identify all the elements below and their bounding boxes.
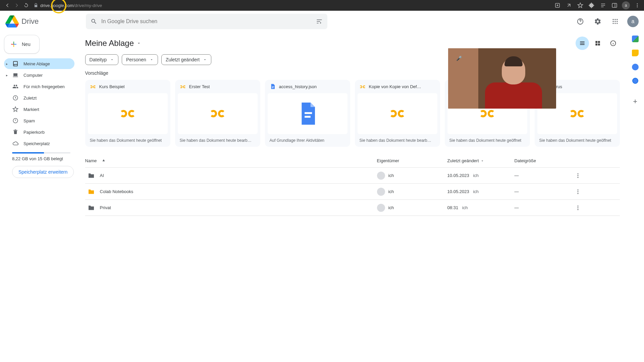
chevron-down-icon — [203, 58, 207, 62]
add-app-icon[interactable]: + — [633, 97, 637, 106]
reload-button[interactable] — [21, 1, 31, 10]
buy-storage-button[interactable]: Speicherplatz erweitern — [12, 166, 74, 178]
filter-modified[interactable]: Zuletzt geändert — [161, 54, 211, 65]
search-options-icon[interactable] — [316, 18, 323, 25]
search-input[interactable] — [101, 18, 312, 24]
sidebar-item-starred[interactable]: Markiert — [4, 104, 74, 115]
suggestion-subtitle: Sie haben das Dokument heute geöffnet — [445, 134, 530, 147]
row-menu-button[interactable] — [575, 189, 588, 195]
sort-arrow-icon[interactable] — [101, 159, 106, 163]
suggestion-card[interactable]: access_history.jsonAuf Grundlage Ihrer A… — [265, 80, 350, 147]
side-panel-icon[interactable] — [610, 1, 619, 9]
suggestion-card[interactable]: Erster TestSie haben das Dokument heute … — [175, 80, 260, 147]
apps-icon[interactable] — [608, 15, 622, 28]
suggestion-card[interactable]: Kurs BeispielSie haben das Dokument heut… — [85, 80, 170, 147]
back-button[interactable] — [3, 1, 12, 10]
modified-by: ich — [462, 205, 468, 210]
svg-point-12 — [613, 23, 614, 24]
url-path: /drive/my-drive — [73, 3, 102, 8]
list-view-button[interactable] — [576, 37, 589, 50]
suggestion-thumbnail — [178, 93, 258, 134]
svg-rect-24 — [272, 87, 273, 88]
svg-point-32 — [577, 193, 578, 194]
table-row[interactable]: Colab Notebooksich10.05.2023 ich— — [85, 184, 620, 200]
keep-app-icon[interactable] — [632, 50, 639, 56]
file-type-icon — [360, 84, 366, 89]
suggestion-subtitle: Sie haben das Dokument heute geöffnet — [535, 134, 620, 147]
browser-profile-avatar[interactable]: a — [622, 1, 630, 9]
details-button[interactable] — [606, 37, 620, 50]
file-size: — — [515, 173, 575, 178]
suggestion-subtitle: Sie haben das Dokument heute bearb… — [175, 134, 260, 147]
page-title[interactable]: Meine Ablage — [85, 39, 141, 48]
contacts-app-icon[interactable] — [632, 78, 638, 84]
sidebar-item-storage[interactable]: Speicherplatz — [4, 138, 74, 149]
people-icon — [12, 83, 19, 90]
svg-point-28 — [577, 175, 578, 176]
sidebar-item-label: Papierkorb — [23, 130, 45, 135]
table-row[interactable]: AIich10.05.2023 ich— — [85, 168, 620, 184]
expand-icon[interactable]: ▸ — [6, 73, 8, 77]
owner-name: ich — [388, 173, 394, 178]
storage-bar — [12, 152, 70, 154]
drive-logo-icon — [5, 15, 19, 28]
filter-filetype[interactable]: Dateityp — [85, 54, 118, 65]
file-size: — — [515, 205, 575, 210]
settings-icon[interactable] — [591, 15, 604, 28]
new-button[interactable]: Neu — [4, 35, 40, 54]
sidebar-item-trash[interactable]: Papierkorb — [4, 127, 74, 137]
filter-people[interactable]: Personen — [122, 54, 158, 65]
sidebar-item-spam[interactable]: Spam — [4, 115, 74, 126]
tasks-app-icon[interactable] — [632, 64, 639, 70]
row-menu-button[interactable] — [575, 205, 588, 211]
file-type-icon — [270, 83, 276, 89]
suggestion-subtitle: Sie haben das Dokument heute geöffnet — [85, 134, 170, 147]
suggestion-card[interactable]: Kopie von Kopie von Def…Sie haben das Do… — [355, 80, 440, 147]
svg-point-35 — [577, 209, 578, 210]
sidebar-item-my-drive[interactable]: ▸ Meine Ablage — [4, 58, 74, 69]
install-icon[interactable] — [553, 1, 561, 9]
search-box[interactable] — [86, 14, 327, 29]
app-header: Drive a — [0, 11, 644, 32]
svg-point-3 — [637, 5, 638, 6]
help-icon[interactable] — [574, 15, 587, 28]
account-avatar[interactable]: a — [627, 16, 639, 27]
folder-icon — [88, 173, 95, 178]
sidebar-item-recent[interactable]: Zuletzt — [4, 93, 74, 103]
chevron-down-icon — [150, 58, 154, 62]
address-bar[interactable]: drive.google.com/drive/my-drive — [34, 3, 553, 8]
star-icon — [12, 106, 19, 113]
table-row[interactable]: Privatich08:31 ich— — [85, 200, 620, 216]
svg-point-8 — [616, 19, 618, 20]
svg-point-9 — [613, 21, 614, 22]
folder-icon — [88, 189, 95, 194]
extensions-icon[interactable] — [588, 1, 596, 9]
suggestion-thumbnail — [88, 93, 168, 134]
storage-text: 8,22 GB von 15 GB belegt — [12, 156, 74, 161]
laptop-icon — [12, 72, 19, 78]
bookmark-icon[interactable] — [576, 1, 584, 9]
trash-icon — [12, 129, 19, 135]
col-name[interactable]: Name — [85, 158, 97, 163]
forward-button[interactable] — [12, 1, 21, 10]
col-owner[interactable]: Eigentümer — [377, 158, 447, 163]
expand-icon[interactable]: ▸ — [6, 62, 8, 66]
drive-icon — [12, 60, 19, 67]
row-menu-button[interactable] — [575, 173, 588, 179]
col-size[interactable]: Dateigröße — [515, 158, 575, 163]
grid-view-button[interactable] — [591, 37, 604, 50]
sidebar-item-shared[interactable]: Für mich freigegeben — [4, 81, 74, 92]
calendar-app-icon[interactable] — [632, 36, 639, 42]
share-icon[interactable] — [565, 1, 573, 9]
mic-icon: 🎤 — [456, 56, 462, 61]
modified-by: ich — [473, 189, 479, 194]
table-header: Name Eigentümer Zuletzt geändert Dateigr… — [85, 154, 620, 168]
col-modified[interactable]: Zuletzt geändert — [447, 158, 515, 163]
browser-menu-icon[interactable] — [633, 1, 641, 9]
file-type-icon — [180, 84, 186, 89]
svg-rect-1 — [612, 3, 617, 7]
sidebar-item-computers[interactable]: ▸ Computer — [4, 70, 74, 80]
chevron-down-icon — [480, 159, 484, 163]
drive-logo[interactable]: Drive — [5, 15, 83, 28]
reading-list-icon[interactable] — [599, 1, 607, 9]
